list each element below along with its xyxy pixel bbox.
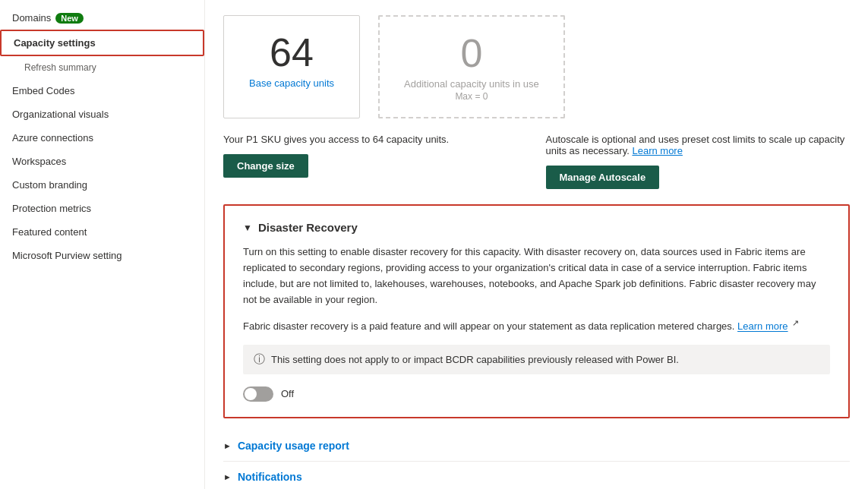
sidebar-item-protection-metrics[interactable]: Protection metrics (0, 197, 204, 220)
sidebar-label-custom-branding: Custom branding (12, 179, 87, 191)
additional-capacity-card: 0 Additional capacity units in use Max =… (378, 15, 565, 118)
capacity-usage-report-label: Capacity usage report (238, 440, 349, 452)
sidebar-label-azure-connections: Azure connections (12, 132, 93, 144)
disaster-recovery-header: ▼ Disaster Recovery (243, 221, 830, 234)
desc-left-text: Your P1 SKU gives you access to 64 capac… (223, 134, 528, 145)
base-capacity-number: 64 (248, 31, 335, 74)
sidebar: Domains New Capacity settings Refresh su… (0, 0, 205, 489)
badge-new: New (55, 13, 84, 24)
sidebar-label-refresh-summary: Refresh summary (24, 62, 96, 73)
sidebar-label-embed-codes: Embed Codes (12, 85, 74, 96)
collapse-icon: ▼ (243, 222, 252, 233)
info-bar-text: This setting does not apply to or impact… (271, 354, 679, 365)
capacity-usage-report-section[interactable]: ► Capacity usage report (223, 431, 850, 462)
base-capacity-card: 64 Base capacity units (223, 15, 360, 118)
desc-right-col: Autoscale is optional and uses preset co… (546, 134, 851, 189)
toggle-row: Off (243, 386, 830, 402)
disaster-recovery-body1: Turn on this setting to enable disaster … (243, 244, 830, 308)
sidebar-item-organizational-visuals[interactable]: Organizational visuals (0, 103, 204, 126)
toggle-label: Off (281, 388, 294, 399)
sidebar-label-microsoft-purview: Microsoft Purview setting (12, 250, 122, 261)
notifications-section[interactable]: ► Notifications (223, 462, 850, 490)
sidebar-label-protection-metrics: Protection metrics (12, 203, 91, 214)
disaster-recovery-title: Disaster Recovery (258, 221, 358, 234)
sidebar-label-featured-content: Featured content (12, 226, 87, 238)
desc-left-col: Your P1 SKU gives you access to 64 capac… (223, 134, 528, 189)
manage-autoscale-button[interactable]: Manage Autoscale (546, 166, 660, 189)
disaster-recovery-body2: Fabric disaster recovery is a paid featu… (243, 317, 830, 335)
info-bar: ⓘ This setting does not apply to or impa… (243, 345, 830, 374)
desc-right-text: Autoscale is optional and uses preset co… (546, 134, 851, 156)
main-content: 64 Base capacity units 0 Additional capa… (205, 0, 868, 489)
sidebar-item-refresh-summary[interactable]: Refresh summary (0, 56, 204, 79)
sidebar-item-capacity-settings[interactable]: Capacity settings (0, 30, 204, 56)
sidebar-item-azure-connections[interactable]: Azure connections (0, 126, 204, 150)
sidebar-item-custom-branding[interactable]: Custom branding (0, 173, 204, 197)
sidebar-label-capacity-settings: Capacity settings (14, 37, 96, 49)
capacity-cards-row: 64 Base capacity units 0 Additional capa… (223, 15, 850, 118)
change-size-button[interactable]: Change size (223, 154, 308, 178)
external-link-icon: ↗ (792, 318, 799, 327)
info-icon: ⓘ (254, 352, 265, 367)
sidebar-label-workspaces: Workspaces (12, 156, 66, 167)
expand-icon-notifications: ► (223, 472, 232, 481)
additional-capacity-sub: Max = 0 (404, 91, 539, 102)
learn-more-disaster-link[interactable]: Learn more (737, 321, 788, 333)
sidebar-item-microsoft-purview[interactable]: Microsoft Purview setting (0, 244, 204, 267)
notifications-label: Notifications (238, 471, 302, 483)
learn-more-autoscale-link[interactable]: Learn more (632, 145, 682, 156)
sidebar-item-workspaces[interactable]: Workspaces (0, 150, 204, 173)
additional-capacity-label: Additional capacity units in use (404, 78, 539, 90)
toggle-knob (245, 388, 257, 400)
sidebar-label-organizational-visuals: Organizational visuals (12, 109, 109, 120)
sidebar-item-embed-codes[interactable]: Embed Codes (0, 79, 204, 103)
additional-capacity-number: 0 (404, 32, 539, 75)
sidebar-item-domains[interactable]: Domains New (0, 6, 204, 30)
disaster-recovery-toggle[interactable] (243, 386, 273, 402)
expand-icon-usage: ► (223, 441, 232, 450)
disaster-recovery-body: Turn on this setting to enable disaster … (243, 244, 830, 401)
capacity-desc-row: Your P1 SKU gives you access to 64 capac… (223, 134, 850, 189)
disaster-recovery-section: ▼ Disaster Recovery Turn on this setting… (223, 204, 850, 418)
sidebar-item-featured-content[interactable]: Featured content (0, 220, 204, 244)
sidebar-label-domains: Domains (12, 12, 51, 24)
base-capacity-label: Base capacity units (248, 77, 335, 89)
